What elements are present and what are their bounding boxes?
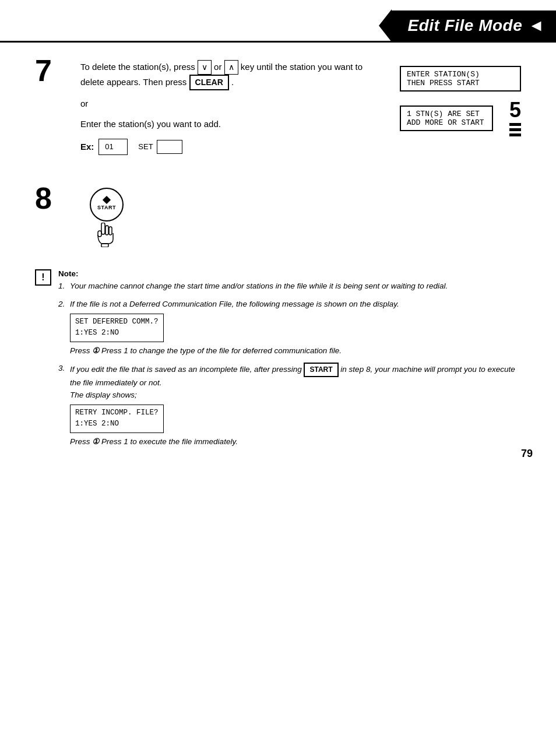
step-7-left: 7 To delete the station(s), press ∨ or ∧… [35,60,382,170]
page-number: 79 [521,448,533,460]
step-8-content: START [80,188,521,251]
key-start-note: START [304,363,338,377]
note-item-2-text: If the file is not a Deferred Communicat… [70,300,399,308]
side-bar-1 [509,123,521,126]
display-box-1-line1: ENTER STATION(S) [407,70,514,79]
ex-input: 01 [98,139,128,155]
ex-set-label: SET [138,141,153,153]
note-item-3-text: If you edit the file that is saved as an… [70,365,302,374]
start-diamond-icon [103,196,111,204]
svg-rect-3 [98,231,101,237]
step-7-right: ENTER STATION(S) THEN PRESS START 1 STN(… [400,66,521,136]
svg-rect-2 [109,227,112,235]
note-display-2-line1: SET DEFERRED COMM.? [75,317,159,328]
step-7-or: or [80,97,382,111]
note-item-3-num: 3. [58,363,70,375]
note-item-2-subtext: Press ① Press 1 to change the type of th… [70,346,342,355]
note-item-3: 3. If you edit the file that is saved as… [58,363,521,448]
side-indicator: 5 [509,100,521,136]
step-7-text-or-key: or [214,62,224,72]
note-item-3-display-shows: The display shows; [70,391,137,399]
display-box-2-line2: ADD MORE OR START [407,118,486,127]
header: Edit File Mode ◄ [0,0,556,43]
ex-set-box [157,140,182,154]
svg-rect-0 [101,223,105,234]
main-content: 7 To delete the station(s), press ∨ or ∧… [0,43,556,472]
note-item-1-text: Your machine cannot change the start tim… [70,280,448,293]
note-section: ! Note: 1. Your machine cannot change th… [35,268,521,454]
ex-label: Ex: [80,140,94,154]
display-box-1: ENTER STATION(S) THEN PRESS START [400,66,521,92]
step-7-text1: To delete the station(s), press [80,62,195,72]
note-display-3: RETRY INCOMP. FILE? 1:YES 2:NO [70,405,164,433]
ex-row: Ex: 01 SET [80,139,382,155]
start-label: START [97,204,116,212]
start-circle: START [90,188,124,221]
svg-rect-4 [101,244,108,247]
step-7-add-text: Enter the station(s) you want to add. [80,118,382,131]
svg-rect-1 [105,226,108,235]
note-label: Note: [58,269,79,278]
display-box-2-line1: 1 STN(S) ARE SET [407,110,486,118]
key-down: ∨ [198,60,212,75]
note-list: 1. Your machine cannot change the start … [58,280,521,448]
note-item-3-subtext: Press ① Press 1 to execute the file imme… [70,437,238,446]
step-8-number: 8 [35,183,70,213]
note-item-1: 1. Your machine cannot change the start … [58,280,521,293]
display2-row: 1 STN(S) ARE SET ADD MORE OR START 5 [400,100,521,136]
page-title: Edit File Mode [408,16,523,35]
note-item-3-content: If you edit the file that is saved as an… [70,363,521,448]
note-display-3-line1: RETRY INCOMP. FILE? [75,407,159,419]
step-8: 8 START [35,188,521,251]
side-bar-3 [509,133,521,136]
start-button-illustration: START [80,188,133,251]
side-number: 5 [509,100,521,121]
note-display-3-line2: 1:YES 2:NO [75,419,159,430]
header-arrow-icon: ◄ [528,16,544,35]
key-up: ∧ [224,60,238,75]
note-display-2-line2: 1:YES 2:NO [75,328,159,339]
note-content: Note: 1. Your machine cannot change the … [58,268,521,454]
step-7-content: To delete the station(s), press ∨ or ∧ k… [80,60,382,160]
step-7-line1: To delete the station(s), press ∨ or ∧ k… [80,60,382,90]
key-clear: CLEAR [189,75,229,90]
step-7-number: 7 [35,55,70,86]
hand-cursor-icon [96,223,118,251]
note-icon: ! [35,269,51,286]
side-bars [509,123,521,136]
note-display-2: SET DEFERRED COMM.? 1:YES 2:NO [70,314,164,342]
step-7-period: . [231,77,234,87]
note-item-2-num: 2. [58,298,70,311]
display-box-1-line2: THEN PRESS START [407,79,514,87]
step-7-block: 7 To delete the station(s), press ∨ or ∧… [35,60,521,170]
display-box-2: 1 STN(S) ARE SET ADD MORE OR START [400,106,493,131]
note-item-2-content: If the file is not a Deferred Communicat… [70,298,399,357]
step-7: 7 To delete the station(s), press ∨ or ∧… [35,60,382,160]
side-bar-2 [509,128,521,131]
note-item-2: 2. If the file is not a Deferred Communi… [58,298,521,357]
note-item-1-num: 1. [58,280,70,293]
